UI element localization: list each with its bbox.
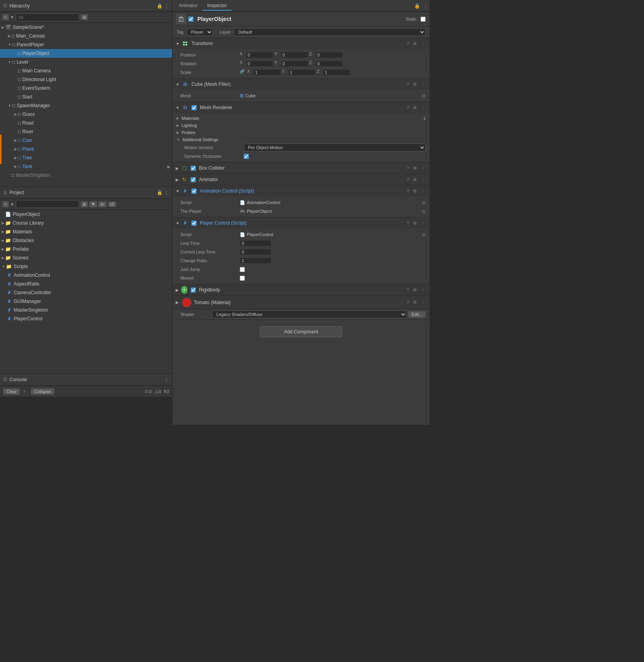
arrow-proj-obstacles[interactable]: ▶: [2, 238, 4, 242]
hierarchy-item-road[interactable]: ▶ □ Road: [0, 119, 172, 127]
arrow-proj-scripts[interactable]: ▼: [2, 265, 5, 269]
add-component-button[interactable]: Add Component: [260, 326, 343, 337]
mesh-filter-more-btn[interactable]: ⋮: [420, 81, 426, 87]
hierarchy-item-eventsystem[interactable]: ▶ □ EventSystem: [0, 84, 172, 93]
arrow-samplescene[interactable]: ▶: [2, 25, 4, 29]
shader-select[interactable]: Legacy Shaders/Diffuse: [212, 310, 407, 318]
animator-help-btn[interactable]: ?: [405, 177, 410, 182]
material-more-btn[interactable]: ⋮: [420, 299, 426, 305]
pos-x-input[interactable]: [246, 52, 273, 58]
lighting-header[interactable]: ▶ Lighting: [172, 122, 430, 129]
rot-y-input[interactable]: [280, 61, 308, 67]
anim-player-target[interactable]: ◎: [422, 209, 426, 214]
arrow-spawnmanager[interactable]: ▼: [8, 104, 11, 108]
console-clear-button[interactable]: Clear: [3, 388, 20, 395]
mesh-target-icon[interactable]: ◎: [422, 93, 426, 98]
animation-control-enabled[interactable]: [191, 189, 197, 194]
current-lerp-input[interactable]: [240, 249, 271, 255]
change-ratio-input[interactable]: [240, 257, 271, 264]
project-item-courselibrary[interactable]: ▶ 📁 Course Library: [0, 219, 172, 227]
hierarchy-item-tree[interactable]: ▶ □ Tree: [0, 153, 172, 162]
material-settings-btn[interactable]: ⚙: [412, 299, 418, 305]
mesh-renderer-more-btn[interactable]: ⋮: [420, 105, 426, 111]
static-checkbox[interactable]: [420, 17, 426, 22]
arrow-grass[interactable]: ▶: [14, 112, 17, 116]
mesh-filter-settings-btn[interactable]: ⚙: [412, 81, 418, 87]
hierarchy-item-start[interactable]: ▶ □ Start: [0, 93, 172, 101]
box-collider-enabled[interactable]: [191, 166, 196, 171]
box-collider-help-btn[interactable]: ?: [405, 165, 410, 171]
arrow-maincanvas[interactable]: ▶: [8, 34, 11, 38]
player-control-help-btn[interactable]: ?: [405, 220, 410, 226]
anim-script-target[interactable]: ◎: [422, 200, 426, 205]
player-control-enabled[interactable]: [191, 221, 197, 226]
arrow-proj-materials[interactable]: ▶: [2, 230, 4, 234]
mesh-renderer-enabled[interactable]: [191, 105, 197, 110]
arrow-tank[interactable]: ▶: [14, 165, 17, 168]
hierarchy-item-plank[interactable]: ▶ □ Plank: [0, 145, 172, 153]
player-control-settings-btn[interactable]: ⚙: [412, 220, 418, 226]
project-item-playerobject[interactable]: ▶ 📄 PlayerObject: [0, 210, 172, 219]
project-item-scenes[interactable]: ▶ 📁 Scenes: [0, 253, 172, 262]
mesh-renderer-settings-btn[interactable]: ⚙: [412, 105, 418, 111]
hierarchy-item-maincanvas[interactable]: ▶ □ Main_Canvas: [0, 32, 172, 40]
transform-settings-btn[interactable]: ⚙: [412, 41, 418, 47]
hierarchy-item-coin[interactable]: ▶ □ Coin: [0, 136, 172, 145]
animation-control-help-btn[interactable]: ?: [405, 188, 410, 194]
rigidbody-help-btn[interactable]: ?: [405, 287, 410, 293]
dynamic-occlusion-checkbox[interactable]: [244, 154, 249, 159]
animation-control-header[interactable]: ▼ # Animation Control (Script) ? ⚙ ⋮: [172, 185, 430, 197]
hierarchy-search-input[interactable]: [16, 13, 79, 21]
project-search-input[interactable]: [16, 200, 79, 208]
project-item-obstacles[interactable]: ▶ 📁 Obstacles: [0, 236, 172, 245]
hierarchy-item-tank[interactable]: ▶ □ Tank ▶: [0, 162, 172, 171]
rot-z-input[interactable]: [315, 61, 343, 67]
hierarchy-item-parentplayer[interactable]: ▼ □ ParentPlayer: [0, 40, 172, 49]
player-control-header[interactable]: ▼ # Player Control (Script) ? ⚙ ⋮: [172, 218, 430, 229]
box-collider-more-btn[interactable]: ⋮: [420, 165, 426, 171]
tab-inspector[interactable]: Inspector: [203, 1, 231, 11]
tab-animator[interactable]: Animator: [174, 1, 203, 11]
arrow-tree[interactable]: ▶: [14, 156, 17, 160]
arrow-parentplayer[interactable]: ▼: [8, 43, 11, 47]
hierarchy-item-spawnmanager[interactable]: ▼ □ SpawnManager: [0, 101, 172, 110]
material-help-btn[interactable]: ?: [405, 300, 410, 305]
pos-y-input[interactable]: [280, 52, 308, 58]
animator-header[interactable]: ▶ ↻ Animator ? ⚙ ⋮: [172, 174, 430, 185]
lerp-time-input[interactable]: [240, 240, 271, 246]
hierarchy-add-button[interactable]: +: [2, 14, 9, 20]
project-item-guimanager[interactable]: # GUIManager: [0, 297, 172, 306]
project-item-playercontrol[interactable]: # PlayerControl: [0, 314, 172, 323]
project-item-prefabs[interactable]: ▶ 📁 Prefabs: [0, 245, 172, 253]
arrow-proj-scenes[interactable]: ▶: [2, 256, 4, 260]
go-enabled-checkbox[interactable]: [188, 17, 193, 22]
transform-help-btn[interactable]: ?: [405, 41, 410, 46]
project-item-animationcontrol[interactable]: # AnimationControl: [0, 271, 172, 280]
hierarchy-view-button[interactable]: ⊞: [81, 14, 88, 20]
box-collider-header[interactable]: ▶ ⬡ Box Collider ? ⚙ ⋮: [172, 163, 430, 174]
animator-settings-btn[interactable]: ⚙: [412, 177, 418, 183]
transform-header[interactable]: ▼ Transform ? ⚙ ⋮: [172, 38, 430, 49]
project-label-button[interactable]: 🏷: [98, 201, 106, 207]
hierarchy-item-river[interactable]: ▶ □ River: [0, 127, 172, 136]
rigidbody-header[interactable]: ▶ + Rigidbody ? ⚙ ⋮: [172, 284, 430, 295]
probes-header[interactable]: ▶ Probes: [172, 129, 430, 136]
player-control-more-btn[interactable]: ⋮: [420, 220, 426, 226]
project-item-materials[interactable]: ▶ 📁 Materials: [0, 227, 172, 236]
rigidbody-enabled[interactable]: [191, 287, 196, 293]
materials-header[interactable]: ▶ Materials 1: [172, 115, 430, 122]
animator-enabled[interactable]: [191, 177, 196, 182]
moved-checkbox[interactable]: [240, 276, 245, 281]
animation-control-more-btn[interactable]: ⋮: [420, 188, 426, 194]
tag-dropdown[interactable]: Player: [187, 28, 213, 36]
rot-x-input[interactable]: [246, 61, 273, 67]
scale-z-input[interactable]: [323, 69, 350, 76]
rigidbody-more-btn[interactable]: ⋮: [420, 287, 426, 293]
arrow-proj-prefabs[interactable]: ▶: [2, 247, 4, 251]
rigidbody-settings-btn[interactable]: ⚙: [412, 287, 418, 293]
pos-z-input[interactable]: [315, 52, 343, 58]
arrow-proj-courselibrary[interactable]: ▶: [2, 221, 4, 225]
project-view-button[interactable]: ⊞: [81, 201, 88, 207]
box-collider-settings-btn[interactable]: ⚙: [412, 165, 418, 171]
hierarchy-item-samplescene[interactable]: ▶ 🎬 SampleScene*: [0, 23, 172, 32]
